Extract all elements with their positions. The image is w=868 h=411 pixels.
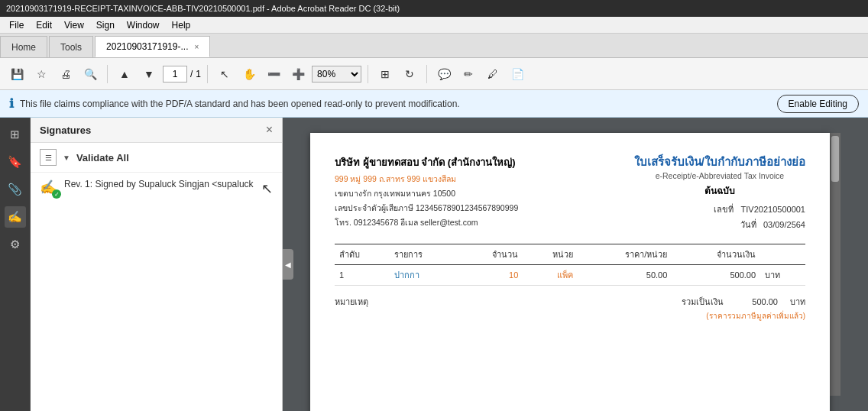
doc-number: TIV20210500001 <box>741 205 805 214</box>
title-bar: 20210903171919-RECEIPT-TAXINVOICE-ABB-TI… <box>0 0 868 17</box>
col-header-unit: หน่วย <box>523 244 578 264</box>
sidebar-icon-layers[interactable]: ⚙ <box>5 234 26 255</box>
page-separator: / <box>190 69 193 79</box>
prev-page-button[interactable]: ▲ <box>114 63 135 85</box>
print-button[interactable]: 🖨 <box>55 63 76 85</box>
col-header-price: ราคา/หน่วย <box>578 244 672 264</box>
total-label: รวมเป็นเงิน <box>662 295 724 309</box>
collapse-panel-button[interactable]: ◀ <box>283 249 293 280</box>
page-input[interactable] <box>163 66 187 83</box>
next-page-button[interactable]: ▼ <box>138 63 160 85</box>
note-label: หมายเหตุ <box>335 295 368 309</box>
col-header-amount: จำนวนเงิน <box>672 244 760 264</box>
menu-bar: File Edit View Sign Window Help <box>0 17 868 34</box>
pdf-header: บริษัท ผู้ขายทดสอบ จำกัด (สำนักงานใหญ่) … <box>335 154 805 233</box>
doc-title-thai: ใบเสร็จรับเงิน/ใบกำกับภาษีอย่างย่อ <box>634 154 805 170</box>
highlight-button[interactable]: ✏ <box>458 63 479 85</box>
zoom-in-button[interactable]: ➕ <box>287 63 309 85</box>
content-area[interactable]: ◀ บริษัท ผู้ขายทดสอบ จำกัด (สำนักงานใหญ่… <box>283 118 868 411</box>
validate-all-row[interactable]: ☰ ▼ Validate All <box>31 143 282 173</box>
zoom-out-button[interactable]: ➖ <box>263 63 284 85</box>
invoice-table-body: 1 ปากกา 10 แพ็ค 50.00 500.00 บาท <box>335 264 805 285</box>
validate-icon: ☰ <box>40 149 57 166</box>
company-info: บริษัท ผู้ขายทดสอบ จำกัด (สำนักงานใหญ่) … <box>335 154 518 229</box>
company-address: 999 หมู่ 999 ถ.สาทร 999 แขวงสีลม <box>335 173 518 186</box>
validate-dropdown-arrow: ▼ <box>63 154 70 162</box>
page-total: 1 <box>196 69 201 79</box>
doc-date-row: วันที่ 03/09/2564 <box>634 218 805 231</box>
cell-item: ปากกา <box>390 264 458 285</box>
tab-home[interactable]: Home <box>0 36 47 57</box>
menu-view[interactable]: View <box>58 17 90 33</box>
comment-button[interactable]: 💬 <box>433 63 455 85</box>
sidebar-icon-bookmarks[interactable]: 🔖 <box>5 151 26 173</box>
tab-active-document[interactable]: 20210903171919-... × <box>95 36 210 57</box>
tab-close-button[interactable]: × <box>194 43 199 51</box>
tab-bar: Home Tools 20210903171919-... × <box>0 34 868 58</box>
toolbar: 💾 ☆ 🖨 🔍 ▲ ▼ / 1 ↖ ✋ ➖ ➕ 80% ⊞ ↻ 💬 ✏ 🖊 📄 <box>0 58 868 90</box>
page-navigation: / 1 <box>163 66 201 83</box>
separator-2 <box>207 65 208 83</box>
sidebar-icon-attach[interactable]: 📎 <box>5 179 26 200</box>
company-district: เขตบางรัก กรุงเทพมหานคร 10500 <box>335 187 518 200</box>
sidebar-icon-pages[interactable]: ⊞ <box>5 124 26 145</box>
cell-no: 1 <box>335 264 390 285</box>
separator-1 <box>107 65 108 83</box>
doc-number-label: เลขที่ <box>714 205 734 214</box>
cell-amount: 500.00 <box>672 264 760 285</box>
save-button[interactable]: 💾 <box>6 63 28 85</box>
signature-valid-icon: ✓ <box>52 189 61 199</box>
signature-text: Rev. 1: Signed by Supaluck Singjan <supa… <box>64 179 255 189</box>
pdf-page: บริษัท ผู้ขายทดสอบ จำกัด (สำนักงานใหญ่) … <box>310 133 830 411</box>
rotate-button[interactable]: ↻ <box>399 63 420 85</box>
cursor-arrow-icon: ↖ <box>261 180 273 197</box>
col-header-item: รายการ <box>390 244 458 264</box>
info-icon: ℹ <box>9 96 14 111</box>
doc-subtitle: e-Receipt/e-Abbreviated Tax Invoice <box>634 171 805 180</box>
total-row: รวมเป็นเงิน 500.00 บาท <box>662 295 805 309</box>
stamp-button[interactable]: 📄 <box>507 63 528 85</box>
fit-page-button[interactable]: ⊞ <box>374 63 396 85</box>
menu-file[interactable]: File <box>3 17 30 33</box>
bookmark-button[interactable]: ☆ <box>31 63 52 85</box>
cell-qty: 10 <box>458 264 523 285</box>
drawing-button[interactable]: 🖊 <box>482 63 504 85</box>
signature-item[interactable]: ✍ ✓ Rev. 1: Signed by Supaluck Singjan <… <box>31 173 282 203</box>
signatures-panel: Signatures × ☰ ▼ Validate All ✍ ✓ Rev. 1… <box>31 118 283 411</box>
total-unit: บาท <box>790 295 805 309</box>
menu-help[interactable]: Help <box>166 17 197 33</box>
doc-title-block: ใบเสร็จรับเงิน/ใบกำกับภาษีอย่างย่อ e-Rec… <box>634 154 805 233</box>
col-header-unit-label <box>760 244 805 264</box>
zoom-select[interactable]: 80% <box>312 66 361 83</box>
company-name: บริษัท ผู้ขายทดสอบ จำกัด (สำนักงานใหญ่) <box>335 154 518 170</box>
scrollbar-right[interactable] <box>830 133 840 396</box>
company-taxid: เลขประจำตัวผู้เสียภาษี 12345678901234567… <box>335 202 518 215</box>
total-amount: 500.00 <box>736 297 778 306</box>
doc-number-row: เลขที่ TIV20210500001 <box>634 202 805 216</box>
table-header: ลำดับ รายการ จำนวน หน่วย ราคา/หน่วย จำนว… <box>335 244 805 264</box>
zoom-out-tool-button[interactable]: 🔍 <box>79 63 101 85</box>
cell-price: 50.00 <box>578 264 672 285</box>
main-layout: ⊞ 🔖 📎 ✍ ⚙ Signatures × ☰ ▼ Validate All … <box>0 118 868 411</box>
scrollbar-thumb[interactable] <box>831 136 839 182</box>
vat-note: (ราคารวมภาษีมูลค่าเพิ่มแล้ว) <box>662 310 805 322</box>
hand-tool-button[interactable]: ✋ <box>238 63 260 85</box>
doc-original: ต้นฉบับ <box>634 183 805 198</box>
doc-date-label: วันที่ <box>740 220 756 229</box>
menu-window[interactable]: Window <box>121 17 166 33</box>
select-tool-button[interactable]: ↖ <box>214 63 235 85</box>
sidebar-icon-signatures[interactable]: ✍ <box>5 206 26 228</box>
panel-close-button[interactable]: × <box>266 124 273 136</box>
col-header-no: ลำดับ <box>335 244 390 264</box>
validate-all-label: Validate All <box>76 152 129 163</box>
invoice-table: ลำดับ รายการ จำนวน หน่วย ราคา/หน่วย จำนว… <box>335 244 805 286</box>
left-sidebar: ⊞ 🔖 📎 ✍ ⚙ <box>0 118 31 411</box>
menu-sign[interactable]: Sign <box>90 17 121 33</box>
notification-bar: ℹ This file claims compliance with the P… <box>0 90 868 118</box>
tab-tools[interactable]: Tools <box>49 36 93 57</box>
col-header-qty: จำนวน <box>458 244 523 264</box>
menu-edit[interactable]: Edit <box>30 17 58 33</box>
separator-3 <box>368 65 368 83</box>
cell-unit: แพ็ค <box>523 264 578 285</box>
enable-editing-button[interactable]: Enable Editing <box>777 95 859 113</box>
